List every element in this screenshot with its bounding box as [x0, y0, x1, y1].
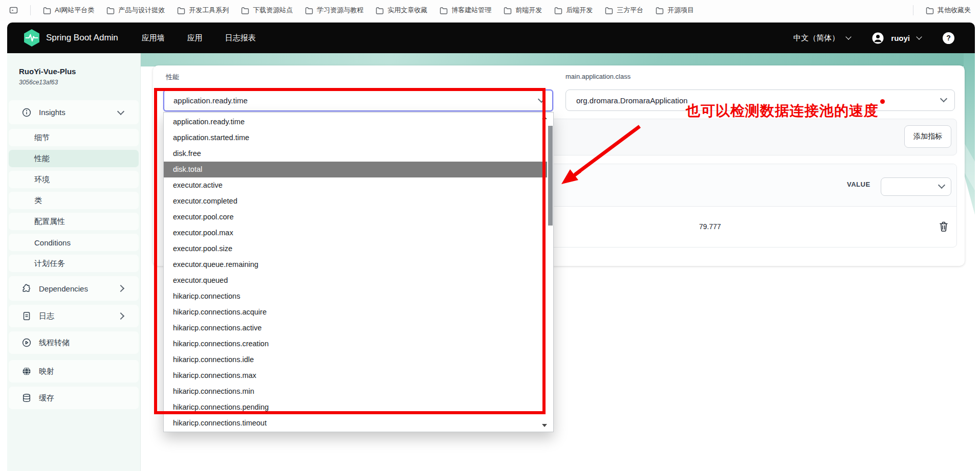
folder-icon: [376, 7, 384, 14]
bookmark-folder[interactable]: 产品与设计提效: [106, 6, 165, 15]
dropdown-option[interactable]: executor.completed: [164, 193, 547, 209]
header-nav-item[interactable]: 应用: [187, 33, 203, 43]
sidebar-toggle-icon[interactable]: [9, 6, 18, 14]
dropdown-option[interactable]: hikaricp.connections.pending: [164, 399, 547, 415]
sidebar-item-threaddump[interactable]: 线程转储: [9, 331, 139, 354]
spring-boot-admin-logo-icon: [23, 29, 40, 47]
chevron-right-icon: [117, 312, 124, 320]
bookmarks-divider: [913, 5, 913, 15]
bookmark-folder[interactable]: 三方平台: [605, 6, 643, 15]
sidebar-subitem-label: 类: [34, 196, 42, 206]
dropdown-option[interactable]: hikaricp.connections.acquire: [164, 304, 547, 320]
bookmark-folder[interactable]: 开源项目: [656, 6, 694, 15]
bookmark-folder[interactable]: 博客建站管理: [440, 6, 491, 15]
header-nav-item[interactable]: 应用墙: [142, 33, 165, 43]
bookmarks-bar: AI网站平台类 产品与设计提效 开发工具系列: [0, 0, 980, 20]
folder-icon: [554, 7, 562, 14]
chevron-down-icon: [916, 34, 922, 39]
sidebar-subitem-label: 计划任务: [34, 259, 65, 268]
bookmark-folder[interactable]: 学习资源与教程: [305, 6, 363, 15]
folder-icon: [926, 7, 934, 14]
folder-icon: [305, 7, 313, 14]
header-nav-item[interactable]: 日志报表: [225, 33, 256, 43]
bookmark-folder-list: AI网站平台类 产品与设计提效 开发工具系列: [43, 6, 694, 15]
bookmark-folder[interactable]: 后端开发: [554, 6, 593, 15]
bookmark-folder[interactable]: 实用文章收藏: [376, 6, 427, 15]
dropdown-option[interactable]: application.started.time: [164, 130, 547, 146]
bookmark-folder-label: 产品与设计提效: [118, 6, 165, 15]
dropdown-option[interactable]: executor.queued: [164, 273, 547, 288]
sidebar-subitem[interactable]: 环境: [9, 171, 139, 188]
brand[interactable]: Spring Boot Admin: [23, 29, 118, 47]
user-menu[interactable]: ruoyi: [891, 34, 910, 42]
bookmark-folder-label: 实用文章收藏: [387, 6, 427, 15]
sidebar-subitem-label: 配置属性: [34, 217, 65, 227]
bookmark-folder[interactable]: 下载资源站点: [241, 6, 293, 15]
bookmark-folder[interactable]: 开发工具系列: [177, 6, 229, 15]
bookmark-folder[interactable]: AI网站平台类: [43, 6, 94, 15]
page: AI网站平台类 产品与设计提效 开发工具系列: [0, 0, 980, 471]
sidebar-item-cache[interactable]: 缓存: [9, 387, 139, 409]
sidebar-subitem[interactable]: Conditions: [9, 234, 139, 251]
sidebar-item-dependencies[interactable]: Dependencies: [9, 276, 139, 301]
language-selector[interactable]: 中文（简体）: [793, 33, 839, 43]
folder-icon: [241, 7, 249, 14]
help-icon[interactable]: ?: [943, 32, 954, 44]
dropdown-option[interactable]: application.ready.time: [164, 114, 547, 130]
dropdown-option[interactable]: executor.active: [164, 177, 547, 193]
sidebar-item-insights[interactable]: Insights: [9, 100, 139, 124]
dropdown-option[interactable]: hikaricp.connections.active: [164, 320, 547, 336]
bookmark-other-folder[interactable]: 其他收藏夹: [926, 6, 971, 15]
scroll-down-icon[interactable]: [542, 424, 547, 427]
sidebar-item-logs[interactable]: 日志: [9, 305, 139, 327]
chevron-down-icon: [846, 34, 852, 39]
metric-name-select[interactable]: application.ready.time: [163, 89, 553, 111]
metric-value: 79.777: [699, 222, 721, 231]
dropdown-option[interactable]: hikaricp.connections.idle: [164, 352, 547, 368]
bookmark-folder-label: 下载资源站点: [253, 6, 293, 15]
sidebar-item-label: Dependencies: [39, 284, 88, 293]
sidebar-item-mappings[interactable]: 映射: [9, 360, 139, 383]
info-icon: [22, 108, 31, 117]
dropdown-option[interactable]: hikaricp.connections.creation: [164, 336, 547, 352]
sidebar-subitem[interactable]: 细节: [9, 129, 139, 146]
database-icon: [22, 393, 31, 402]
dropdown-option[interactable]: executor.queue.remaining: [164, 257, 547, 273]
app-header: Spring Boot Admin 应用墙应用日志报表 中文（简体） ruoyi…: [7, 23, 975, 53]
bookmark-folder-label: 博客建站管理: [451, 6, 491, 15]
bookmark-folder-label: AI网站平台类: [55, 6, 94, 15]
user-icon: [872, 32, 884, 44]
dropdown-option[interactable]: hikaricp.connections.timeout: [164, 415, 547, 431]
bookmark-other-label: 其他收藏夹: [938, 6, 971, 15]
bookmarks-divider: [30, 5, 31, 15]
dropdown-option[interactable]: executor.pool.size: [164, 241, 547, 257]
trash-icon[interactable]: [939, 221, 949, 232]
chevron-down-icon: [538, 96, 545, 103]
dropdown-option[interactable]: executor.pool.max: [164, 225, 547, 241]
dropdown-option[interactable]: disk.total: [164, 162, 547, 177]
chevron-down-icon: [117, 107, 124, 115]
dropdown-option[interactable]: hikaricp.connections: [164, 288, 547, 304]
sidebar-subitem-label: 细节: [34, 133, 50, 143]
dropdown-option[interactable]: disk.free: [164, 146, 547, 162]
unit-select[interactable]: [881, 177, 951, 196]
folder-icon: [656, 7, 664, 14]
sidebar-subitem[interactable]: 类: [9, 192, 139, 209]
metric-option-list: application.ready.timeapplication.starte…: [164, 114, 547, 431]
header-nav: 应用墙应用日志报表: [142, 33, 256, 43]
sidebar-subitem-label: Conditions: [34, 238, 71, 247]
sidebar-subitem[interactable]: 计划任务: [9, 255, 139, 272]
dropdown-option[interactable]: hikaricp.connections.max: [164, 368, 547, 384]
folder-icon: [106, 7, 115, 14]
dropdown-scrollbar[interactable]: [548, 126, 553, 226]
app-class-label: main.application.class: [565, 73, 630, 80]
dropdown-option[interactable]: hikaricp.connections.min: [164, 384, 547, 399]
add-metric-button[interactable]: 添加指标: [904, 125, 951, 148]
sidebar-subitem[interactable]: 配置属性: [9, 213, 139, 230]
folder-icon: [177, 7, 185, 14]
sidebar-subitem[interactable]: 性能: [9, 150, 139, 167]
play-circle-icon: [22, 338, 31, 347]
bookmark-folder[interactable]: 前端开发: [504, 6, 542, 15]
dropdown-option[interactable]: executor.pool.core: [164, 209, 547, 225]
red-annotation-text: 也可以检测数据连接池的速度: [686, 101, 879, 121]
